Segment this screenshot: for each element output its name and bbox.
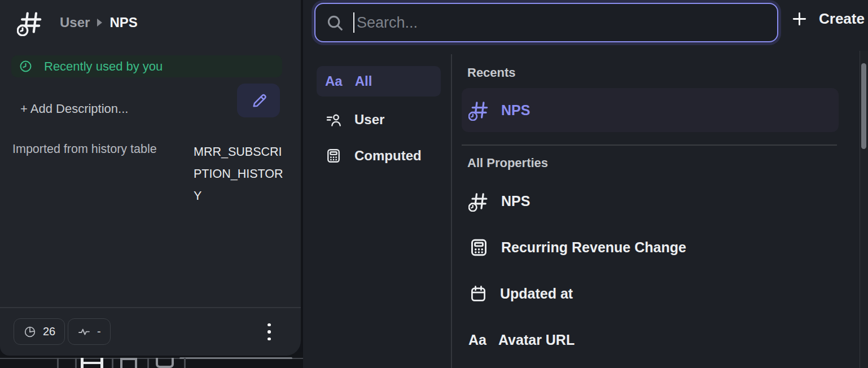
- recent-item-label: NPS: [501, 102, 530, 119]
- user-list-icon: [325, 111, 342, 128]
- breadcrumb-current: NPS: [109, 15, 137, 30]
- all-properties-header: All Properties: [467, 156, 548, 170]
- tab-label: All: [355, 73, 372, 89]
- tab-label: User: [354, 112, 384, 128]
- text-cursor: [353, 12, 354, 33]
- scrollbar-track[interactable]: [860, 51, 868, 368]
- add-description-field[interactable]: + Add Description...: [20, 102, 128, 116]
- property-search-modal: Create Aa All User Computed: [303, 0, 868, 368]
- property-detail-panel: User NPS Recently used by you + Add Desc…: [0, 0, 301, 356]
- property-item-avatar-url[interactable]: Aa Avatar URL: [468, 327, 841, 352]
- clock-icon: [19, 59, 33, 73]
- recent-item-nps[interactable]: NPS: [462, 88, 839, 132]
- breadcrumb: User NPS: [60, 15, 138, 30]
- plus-icon: [791, 11, 808, 27]
- number-history-icon: [468, 191, 489, 212]
- tab-user[interactable]: User: [317, 104, 441, 135]
- search-results: Recents NPS All Properties NPS Recur: [451, 54, 860, 368]
- recents-header: Recents: [467, 65, 516, 80]
- imported-from-label: Imported from history table: [12, 142, 157, 156]
- chevron-right-icon: [97, 19, 102, 27]
- number-history-icon: [17, 9, 44, 36]
- calculator-icon: [325, 147, 342, 164]
- text-aa-icon: Aa: [468, 332, 486, 348]
- tab-label: Computed: [354, 148, 422, 164]
- trend-pill-button[interactable]: -: [68, 318, 111, 345]
- create-button-label: Create: [819, 10, 865, 28]
- background-letter-glyph: [120, 358, 137, 368]
- breadcrumb-parent[interactable]: User: [60, 15, 90, 30]
- scrollbar-thumb[interactable]: [861, 63, 866, 149]
- count-value: 26: [43, 325, 55, 338]
- trend-value: -: [97, 325, 101, 338]
- search-input[interactable]: [357, 14, 777, 32]
- tab-computed[interactable]: Computed: [317, 141, 441, 171]
- property-item-label: Updated at: [500, 286, 573, 302]
- property-item-label: Avatar URL: [498, 332, 575, 348]
- create-button[interactable]: Create: [791, 10, 865, 28]
- count-pill-button[interactable]: 26: [14, 318, 65, 345]
- property-item-recurring-revenue-change[interactable]: Recurring Revenue Change: [468, 235, 841, 260]
- search-icon: [326, 14, 344, 32]
- background-letter-glyph: [156, 358, 174, 368]
- text-aa-icon: Aa: [325, 73, 343, 89]
- recently-used-badge: Recently used by you: [11, 55, 282, 77]
- edit-description-button[interactable]: [237, 84, 280, 117]
- filter-tabs: Aa All User Computed: [303, 54, 451, 368]
- calculator-icon: [468, 237, 489, 258]
- property-item-label: NPS: [501, 193, 530, 209]
- recently-used-label: Recently used by you: [44, 59, 163, 74]
- app-screen: User NPS Recently used by you + Add Desc…: [0, 0, 868, 368]
- tab-all[interactable]: Aa All: [317, 66, 441, 97]
- calendar-icon: [468, 284, 488, 304]
- property-item-label: Recurring Revenue Change: [501, 239, 686, 256]
- activity-icon: [77, 325, 91, 339]
- section-divider: [462, 144, 837, 146]
- property-item-nps[interactable]: NPS: [468, 189, 841, 213]
- pencil-icon: [250, 92, 268, 109]
- property-item-updated-at[interactable]: Updated at: [468, 281, 841, 306]
- imported-table-value: MRR_SUBSCRIPTION_HISTORY: [194, 141, 284, 207]
- more-options-button[interactable]: [261, 319, 278, 344]
- number-history-icon: [468, 99, 490, 121]
- panel-footer-divider: [0, 307, 301, 308]
- pie-chart-icon: [23, 325, 37, 339]
- background-letter-glyph: [81, 358, 103, 368]
- search-box[interactable]: [314, 3, 778, 42]
